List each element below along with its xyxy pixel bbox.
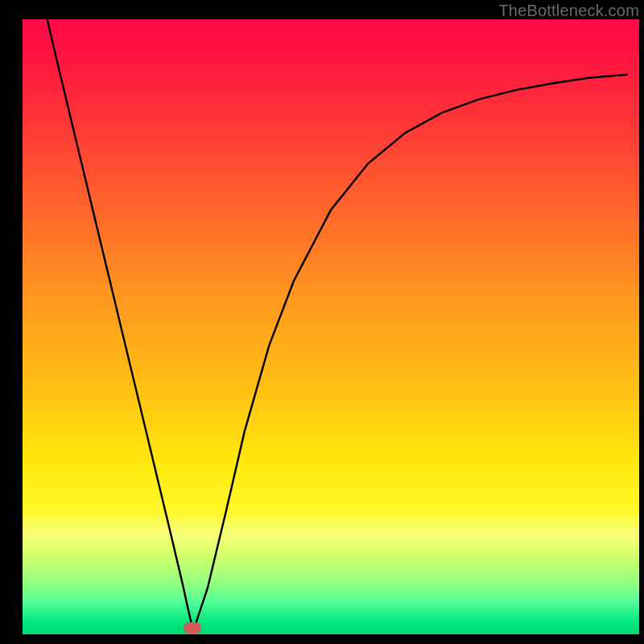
chart-frame: TheBottleneck.com (0, 0, 644, 644)
minimum-marker (184, 622, 201, 634)
bottleneck-curve (47, 19, 627, 628)
watermark-label: TheBottleneck.com (498, 2, 639, 20)
curve-layer (23, 19, 639, 634)
plot-area (23, 19, 639, 634)
